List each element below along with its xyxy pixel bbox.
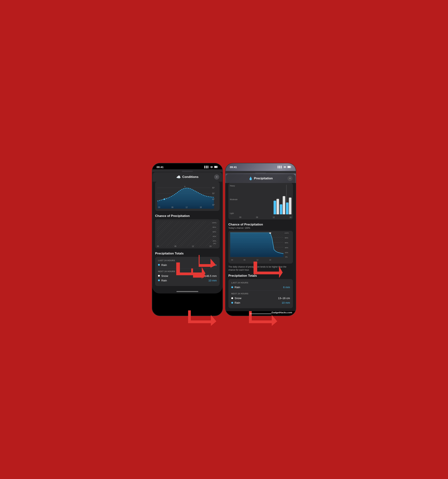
left-modal-header: ☁️ Conditions ×	[153, 172, 222, 182]
right-precip-svg: 100% 80% 60% 40% 20% 0% 00 06 12 18	[230, 233, 291, 262]
bar-white-3	[289, 198, 291, 214]
bar-group-2	[280, 196, 285, 214]
svg-text:40%: 40%	[213, 235, 216, 237]
bar-y-light: Light	[230, 212, 237, 214]
left-rain2-value: 10 mm	[208, 279, 217, 282]
bar-blue-3	[286, 202, 288, 214]
right-todays-chance: Today's chance: 100%	[228, 227, 293, 229]
bar-y-heavy: Heavy	[230, 185, 237, 187]
right-rain-dot	[231, 286, 233, 288]
right-rain2-label: Rain	[234, 301, 240, 304]
svg-text:⬆: ⬆	[184, 186, 186, 187]
svg-text:00: 00	[231, 259, 233, 261]
left-home-indicator	[176, 291, 198, 292]
left-precip-title: Chance of Precipitation	[155, 214, 220, 218]
outer-wrapper: 09:41 ▌▌▌	[149, 160, 299, 319]
wifi-icon	[210, 166, 213, 169]
right-bar-y-labels: Heavy Moderate Light	[230, 185, 237, 214]
left-snow-row: Snow 146.5 mm	[158, 274, 217, 277]
bar-white-1	[276, 199, 279, 214]
svg-text:20%: 20%	[213, 240, 216, 242]
right-rain2-value: 10 mm	[281, 301, 290, 304]
left-close-button[interactable]: ×	[214, 174, 219, 180]
svg-text:06: 06	[172, 206, 174, 208]
svg-text:0%: 0%	[213, 242, 216, 244]
right-rain-label: Rain	[234, 286, 240, 289]
left-snow-dot	[158, 275, 160, 277]
left-snow-label: Snow	[161, 274, 168, 277]
svg-text:0%: 0%	[285, 256, 288, 258]
right-home-indicator	[250, 313, 272, 314]
left-snow-left: Snow	[158, 274, 168, 277]
svg-text:L: L	[166, 197, 167, 199]
left-temp-chart: L ⬆ 60° 50° 40° 30° 00 06 12 18	[155, 182, 220, 211]
scroll-handle	[182, 171, 193, 172]
svg-text:80%: 80%	[285, 237, 288, 239]
svg-marker-25	[199, 255, 216, 268]
right-snow-dot	[231, 297, 233, 299]
left-rain-label: Rain	[161, 263, 167, 266]
left-modal-body: L ⬆ 60° 50° 40° 30° 00 06 12 18	[152, 182, 222, 289]
left-status-bar: 09:41 ▌▌▌	[152, 163, 222, 169]
bar-blue-1	[274, 201, 276, 214]
svg-text:80%: 80%	[213, 226, 216, 228]
left-modal-title-container: ☁️ Conditions	[176, 175, 199, 179]
right-status-bar: 09:41 ▌▌▌	[226, 163, 296, 169]
right-note-text: The daily chance of precipitation tends …	[228, 265, 293, 272]
right-precip-chance-chart: 100% 80% 60% 40% 20% 0% 00 06 12 18	[228, 231, 293, 264]
signal-icon: ▌▌▌	[204, 166, 209, 168]
cloud-icon: ☁️	[176, 175, 181, 179]
close-icon: ×	[216, 175, 217, 178]
right-bar-chart: Heavy Moderate Light	[228, 183, 293, 220]
left-rain-row-next: Rain 10 mm	[158, 279, 217, 282]
right-precip-chance-title: Chance of Precipitation	[228, 223, 293, 226]
svg-text:40°: 40°	[212, 198, 215, 200]
left-rain-left: Rain	[158, 263, 167, 266]
svg-text:18: 18	[269, 259, 271, 261]
bar-group-3	[286, 198, 291, 214]
svg-text:06: 06	[243, 259, 245, 261]
right-battery-icon	[288, 166, 291, 169]
temp-chart-svg: L ⬆ 60° 50° 40° 30° 00 06 12 18	[157, 184, 217, 209]
left-rain-dot	[158, 264, 160, 266]
svg-rect-1	[214, 166, 217, 167]
right-rain-row-next: Rain 10 mm	[231, 301, 290, 304]
drop-icon: 💧	[249, 176, 253, 180]
left-status-icons: ▌▌▌	[204, 166, 218, 169]
bar-y-moderate: Moderate	[230, 199, 237, 200]
right-totals-title: Precipitation Totals	[228, 274, 293, 278]
right-phone-content: 💧 Precipitation × Heavy Moderate Light	[226, 171, 296, 314]
right-divider	[231, 291, 290, 291]
bar-blue-2	[280, 204, 282, 214]
left-time: 09:41	[157, 166, 163, 169]
right-snow-left: Snow	[231, 297, 241, 300]
svg-text:40%: 40%	[285, 247, 288, 248]
right-rain2-dot	[231, 302, 233, 304]
svg-text:100%: 100%	[212, 221, 216, 223]
right-modal-body: Heavy Moderate Light	[226, 183, 296, 311]
left-totals-title: Precipitation Totals	[155, 252, 220, 255]
right-signal-icon: ▌▌▌	[278, 166, 282, 168]
bars-container	[239, 185, 291, 214]
left-precip-chart: 100% 80% 60% 40% 20% 0% 00 06 12 18	[155, 219, 220, 248]
right-modal-title: Precipitation	[254, 177, 273, 180]
right-wifi-icon	[283, 166, 286, 169]
right-next24-label: NEXT 24 HOURS	[231, 293, 290, 295]
right-modal-title-container: 💧 Precipitation	[249, 176, 273, 180]
left-phone-content: ☁️ Conditions ×	[152, 169, 222, 293]
right-phone: 09:41 ▌▌▌	[225, 163, 296, 316]
right-bar-x-labels: 00 06 12 18	[239, 216, 291, 218]
svg-text:100%: 100%	[284, 233, 289, 234]
svg-text:60°: 60°	[212, 187, 215, 189]
right-rain-value: 6 mm	[283, 286, 290, 289]
svg-text:18: 18	[200, 206, 202, 208]
left-hatched-bg	[157, 221, 218, 247]
svg-text:00: 00	[158, 206, 160, 208]
right-precip-totals-card: LAST 24 HOURS Rain 6 mm NEXT 24 HOURS	[228, 279, 293, 308]
right-rain-left: Rain	[231, 286, 240, 289]
svg-text:50°: 50°	[212, 193, 215, 194]
bar-chart-inner	[239, 185, 291, 214]
right-modal-header: 💧 Precipitation ×	[226, 174, 295, 183]
right-close-button[interactable]: ×	[288, 176, 293, 181]
right-close-icon: ×	[289, 177, 291, 180]
